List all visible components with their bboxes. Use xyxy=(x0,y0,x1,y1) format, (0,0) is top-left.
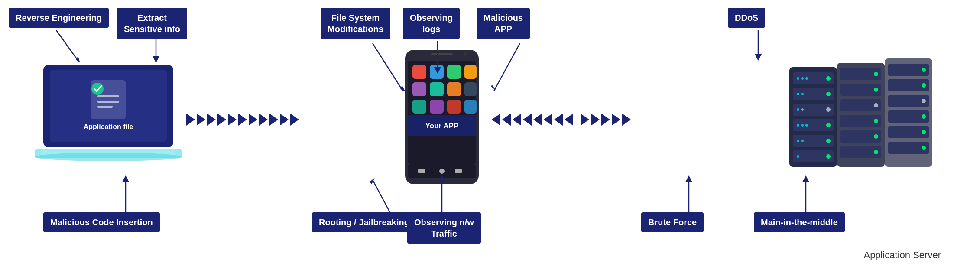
label-rooting: Rooting / Jailbreaking xyxy=(312,212,416,232)
svg-point-72 xyxy=(874,150,878,154)
svg-point-29 xyxy=(439,169,445,174)
svg-point-58 xyxy=(797,140,799,142)
svg-rect-13 xyxy=(412,65,426,79)
svg-text:Application file: Application file xyxy=(84,123,133,130)
label-malicious-code: Malicious Code Insertion xyxy=(43,212,160,232)
svg-rect-21 xyxy=(412,100,426,114)
svg-rect-5 xyxy=(97,106,113,108)
label-reverse-engineering: Reverse Engineering xyxy=(9,8,109,28)
svg-point-6 xyxy=(91,83,104,95)
phone-illustration: Your APP xyxy=(399,48,485,186)
svg-point-51 xyxy=(797,93,799,95)
label-malicious-app: Malicious APP xyxy=(477,8,530,39)
arrows-phone-to-server-right xyxy=(581,114,631,126)
arrow-rooting xyxy=(364,176,399,214)
svg-rect-19 xyxy=(447,82,461,96)
label-app-server: Application Server xyxy=(863,250,941,261)
svg-rect-3 xyxy=(97,95,119,98)
svg-rect-28 xyxy=(418,169,425,173)
svg-point-45 xyxy=(826,139,831,143)
arrow-ddos xyxy=(741,30,776,65)
svg-point-76 xyxy=(922,83,926,88)
svg-marker-102 xyxy=(755,54,762,61)
svg-point-70 xyxy=(874,134,878,139)
svg-marker-98 xyxy=(370,178,375,184)
svg-point-52 xyxy=(801,93,804,95)
svg-point-37 xyxy=(826,76,831,81)
svg-point-53 xyxy=(797,108,799,111)
svg-line-95 xyxy=(494,43,520,91)
arrow-main-middle xyxy=(789,176,823,214)
svg-point-39 xyxy=(826,92,831,96)
svg-point-10 xyxy=(35,153,182,161)
svg-marker-104 xyxy=(685,176,692,182)
arrow-malicious-app xyxy=(485,43,529,95)
svg-rect-31 xyxy=(431,53,453,55)
svg-rect-18 xyxy=(430,82,444,96)
svg-point-56 xyxy=(801,124,804,127)
arrow-brute-force xyxy=(672,176,706,214)
svg-point-59 xyxy=(801,140,804,142)
label-extract-sensitive: Extract Sensitive info xyxy=(117,8,187,39)
label-file-system-mods: File System Modifications xyxy=(321,8,390,39)
svg-rect-17 xyxy=(412,82,426,96)
svg-point-62 xyxy=(874,72,878,76)
svg-point-78 xyxy=(922,99,926,103)
svg-text:Your APP: Your APP xyxy=(425,122,459,130)
svg-point-48 xyxy=(797,77,799,80)
svg-point-60 xyxy=(797,155,799,158)
svg-line-85 xyxy=(56,30,78,61)
arrows-laptop-to-phone xyxy=(186,114,299,126)
label-ddos: DDoS xyxy=(728,8,765,28)
svg-rect-4 xyxy=(97,101,119,103)
svg-rect-23 xyxy=(447,100,461,114)
svg-rect-22 xyxy=(430,100,444,114)
svg-point-49 xyxy=(801,77,804,80)
svg-point-57 xyxy=(805,124,808,127)
svg-point-74 xyxy=(922,68,926,72)
svg-point-82 xyxy=(922,130,926,134)
svg-marker-90 xyxy=(122,176,129,182)
svg-point-68 xyxy=(874,119,878,123)
svg-point-64 xyxy=(874,88,878,92)
svg-rect-16 xyxy=(464,65,477,79)
label-main-in-middle: Main-in-the-middle xyxy=(754,212,845,232)
label-observing-logs: Observing logs xyxy=(403,8,460,39)
svg-point-32 xyxy=(464,52,467,56)
svg-point-50 xyxy=(805,77,808,80)
diagram: Application file xyxy=(0,0,980,273)
svg-point-66 xyxy=(874,103,878,107)
svg-line-97 xyxy=(373,180,390,212)
svg-rect-24 xyxy=(464,100,477,114)
svg-point-47 xyxy=(826,154,831,159)
svg-point-54 xyxy=(801,108,804,111)
svg-marker-106 xyxy=(802,176,809,182)
label-brute-force: Brute Force xyxy=(641,212,704,232)
arrows-phone-to-server-left xyxy=(492,114,573,126)
svg-point-43 xyxy=(826,123,831,127)
laptop-illustration: Application file xyxy=(35,61,182,173)
svg-rect-30 xyxy=(455,169,462,173)
svg-marker-96 xyxy=(491,84,496,91)
label-observing-traffic: Observing n/w Traffic xyxy=(407,212,481,244)
arrow-malicious-code xyxy=(113,176,139,214)
svg-rect-15 xyxy=(447,65,461,79)
server-illustration xyxy=(781,50,945,176)
svg-rect-14 xyxy=(430,65,444,79)
svg-point-55 xyxy=(797,124,799,127)
arrow-reverse-eng xyxy=(52,30,104,65)
svg-point-41 xyxy=(826,107,831,112)
svg-point-80 xyxy=(922,114,926,119)
svg-point-84 xyxy=(922,146,926,150)
svg-rect-20 xyxy=(464,82,477,96)
